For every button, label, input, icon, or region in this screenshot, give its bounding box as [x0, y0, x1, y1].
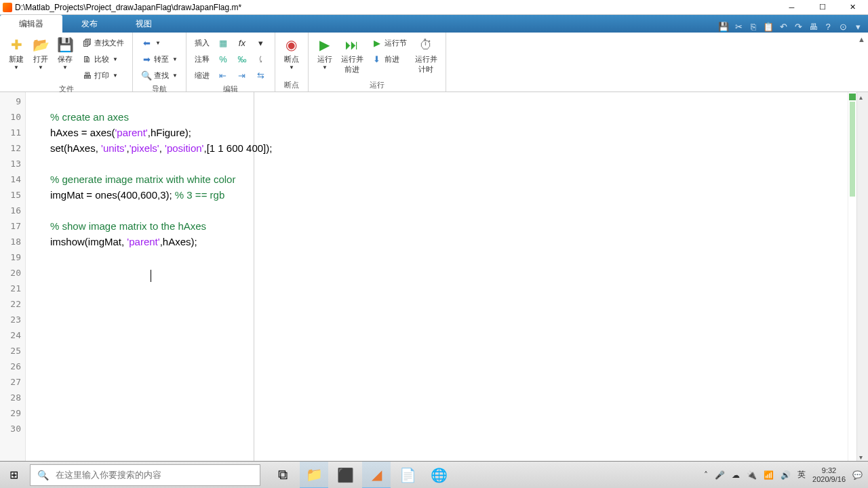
code-ok-marker	[849, 94, 856, 100]
matlab-icon[interactable]: ◢	[362, 462, 391, 489]
code-line[interactable]	[50, 203, 868, 218]
comment-wrap-icon[interactable]: ⤹	[254, 52, 269, 66]
code-line[interactable]: imgMat = ones(400,600,3); % 3 == rgb	[50, 187, 868, 203]
goto-button[interactable]: ➡转至▼	[139, 52, 180, 66]
code-line[interactable]	[50, 94, 868, 109]
window-title: D:\Matlab_Projects\Project_drawJapanFlag…	[15, 3, 776, 12]
code-line[interactable]	[50, 359, 868, 374]
line-gutter: 9101112131415161718192021222324252627282…	[0, 92, 26, 462]
wifi-icon[interactable]: 📶	[764, 470, 774, 480]
line-number: 23	[0, 312, 25, 327]
redo-icon[interactable]: ↷	[792, 20, 804, 33]
line-number: 12	[0, 140, 25, 156]
code-line[interactable]	[50, 374, 868, 390]
task-view-icon[interactable]: ⧉	[269, 462, 297, 489]
code-line[interactable]: % show image matrix to the hAxes	[50, 218, 868, 234]
maximize-button[interactable]: ☐	[807, 0, 837, 15]
tab-editor[interactable]: 编辑器	[0, 15, 62, 33]
line-number: 15	[0, 187, 25, 203]
help-icon[interactable]: ?	[822, 20, 834, 33]
search-input[interactable]	[56, 470, 260, 480]
code-line[interactable]: % create an axes	[50, 109, 868, 125]
uncomment-icon[interactable]: ‰	[235, 52, 250, 66]
onedrive-icon[interactable]: ☁	[732, 470, 740, 480]
chrome-icon[interactable]: 🌐	[425, 462, 453, 489]
options-icon[interactable]: ⊙	[837, 20, 849, 33]
find-button[interactable]: 🔍查找▼	[139, 68, 180, 83]
nav-back-button[interactable]: ⬅▼	[139, 35, 180, 50]
print-button[interactable]: 🖶打印▼	[79, 68, 126, 83]
breakpoints-button[interactable]: ◉ 断点 ▼	[279, 35, 304, 72]
tab-view[interactable]: 视图	[117, 15, 171, 33]
code-line[interactable]: % generate image matrix with white color	[50, 171, 868, 187]
line-number: 18	[0, 234, 25, 249]
code-line[interactable]	[50, 390, 868, 405]
smart-indent-icon[interactable]: ⇆	[254, 68, 269, 83]
start-button[interactable]: ⊞	[0, 462, 27, 489]
insert-fx-icon[interactable]: fx	[235, 35, 250, 50]
code-line[interactable]: set(hAxes, 'units','pixels', 'position',…	[50, 140, 868, 156]
line-number: 10	[0, 109, 25, 125]
notification-icon[interactable]: 💬	[852, 470, 863, 480]
code-line[interactable]	[50, 249, 868, 265]
clock[interactable]: 9:32 2020/9/16	[812, 466, 846, 484]
indent-left-icon[interactable]: ⇤	[216, 68, 231, 83]
insert-section-icon[interactable]: ▦	[216, 35, 231, 50]
undo-icon[interactable]: ↶	[777, 20, 789, 33]
paste-icon[interactable]: 📋	[762, 20, 774, 33]
tab-publish[interactable]: 发布	[62, 15, 117, 33]
notepad-icon[interactable]: 📄	[393, 462, 422, 489]
indent-button[interactable]: 缩进	[193, 68, 212, 83]
tray-chevron-icon[interactable]: ˄	[704, 470, 708, 480]
collapse-ribbon-button[interactable]: ▲	[858, 35, 865, 43]
code-line[interactable]	[50, 281, 868, 296]
comment-percent-icon[interactable]: %	[216, 52, 231, 66]
comment-button[interactable]: 注释	[193, 52, 212, 66]
indent-right-icon[interactable]: ⇥	[235, 68, 250, 83]
mic-icon[interactable]: 🎤	[715, 470, 725, 480]
code-line[interactable]	[50, 343, 868, 359]
advance-button[interactable]: ⬇前进	[370, 52, 409, 66]
copy-icon[interactable]: ⎘	[747, 20, 760, 33]
insert-more-icon[interactable]: ▾	[254, 35, 269, 50]
save-button[interactable]: 💾 保存 ▼	[53, 35, 77, 72]
findfiles-button[interactable]: 🗐查找文件	[79, 35, 126, 50]
volume-icon[interactable]: 🔊	[781, 470, 791, 480]
office-icon[interactable]: ⬛	[331, 462, 359, 489]
cut-icon[interactable]: ✂	[732, 20, 745, 33]
run-section-button[interactable]: ▶运行节	[370, 35, 409, 50]
line-number: 11	[0, 125, 25, 140]
code-line[interactable]	[50, 265, 868, 281]
code-line[interactable]: hAxes = axes('parent',hFigure);	[50, 125, 868, 140]
save-quick-icon[interactable]: 💾	[717, 20, 730, 33]
new-button[interactable]: ✚ 新建 ▼	[4, 35, 28, 72]
code-line[interactable]: imshow(imgMat, 'parent',hAxes);	[50, 234, 868, 249]
code-content[interactable]: % create an axeshAxes = axes('parent',hF…	[26, 92, 868, 462]
run-time-button[interactable]: ⏱ 运行并 计时	[411, 35, 441, 76]
minimize-button[interactable]: ─	[776, 0, 807, 15]
system-tray: ˄ 🎤 ☁ 🔌 📶 🔊 英 9:32 2020/9/16 💬	[704, 466, 868, 484]
code-editor[interactable]: 9101112131415161718192021222324252627282…	[0, 92, 868, 462]
code-line[interactable]	[50, 421, 868, 436]
battery-icon[interactable]: 🔌	[747, 470, 757, 480]
minimize-ribbon-icon[interactable]: ▾	[852, 20, 864, 33]
print-quick-icon[interactable]: 🖶	[807, 20, 819, 33]
close-button[interactable]: ✕	[837, 0, 868, 15]
run-advance-button[interactable]: ⏭ 运行并 前进	[337, 35, 368, 76]
line-number: 29	[0, 405, 25, 421]
code-line[interactable]	[50, 156, 868, 171]
taskbar-search[interactable]: 🔍	[30, 464, 260, 486]
ime-indicator[interactable]: 英	[797, 469, 806, 481]
goto-icon: ➡	[141, 54, 152, 64]
vertical-scrollbar[interactable]	[856, 92, 868, 462]
ribbon-group-edit: 插入 注释 缩进 ▦ % ⇤ fx ‰ ⇥ ▾ ⤹ ⇆ 编辑	[186, 33, 275, 92]
code-line[interactable]	[50, 296, 868, 312]
code-line[interactable]	[50, 327, 868, 343]
compare-button[interactable]: 🗎比较▼	[79, 52, 126, 66]
code-line[interactable]	[50, 405, 868, 421]
run-button[interactable]: ▶ 运行 ▼	[313, 35, 337, 72]
explorer-icon[interactable]: 📁	[300, 462, 328, 489]
insert-button[interactable]: 插入	[193, 35, 212, 50]
code-line[interactable]	[50, 312, 868, 327]
open-button[interactable]: 📂 打开 ▼	[28, 35, 53, 72]
